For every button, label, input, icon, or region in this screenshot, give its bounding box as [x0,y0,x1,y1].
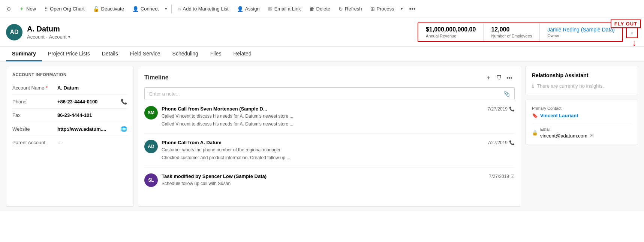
marketing-list-icon: ≡ [178,6,181,12]
annual-revenue-label: Annual Revenue [426,34,476,38]
header-section: AD A. Datum Account · Account ▾ $1,000,0… [0,18,644,47]
relationship-assistant-card: Relationship Assistant ℹ There are curre… [526,66,638,95]
timeline-filter-button[interactable]: ⛉ [494,72,504,83]
field-row-account-name: Account Name * A. Datum [12,81,127,95]
new-label: New [26,6,36,12]
connect-chevron[interactable]: ▾ [163,4,169,13]
add-to-marketing-list-button[interactable]: ≡ Add to Marketing List [174,4,232,14]
timeline-item-header-3: Task modified by Spencer Low (Sample Dat… [162,173,515,179]
field-value-parent-account: --- [57,140,127,145]
email-label: Email [540,127,594,131]
field-value-phone[interactable]: +86-23-4444-0100 [57,99,118,105]
email-value: vincent@adatum.com ✉ [540,133,594,139]
timeline-item-date-3: 7/27/2019 ☑ [489,174,515,179]
contact-icon: 🔖 [532,113,538,118]
delete-icon: 🗑 [309,6,315,12]
email-icon: ✉ [268,6,273,12]
timeline-note-input[interactable]: Enter a note... 📎 [144,87,515,100]
timeline-more-button[interactable]: ••• [504,72,515,83]
field-row-phone: Phone +86-23-4444-0100 📞 [12,95,127,109]
flyout-label: FLY OUT [611,19,641,28]
lock-icon: 🔒 [532,130,538,136]
phone-icon[interactable]: 📞 [121,99,127,105]
field-label-phone: Phone [12,99,57,105]
tab-field-service[interactable]: Field Service [124,47,166,61]
globe-icon[interactable]: 🌐 [121,126,127,132]
delete-button[interactable]: 🗑 Delete [306,4,334,14]
settings-icon: ⊙ [7,6,11,12]
process-button[interactable]: ⊞ Process [367,4,398,14]
account-subtype: Account [49,34,67,40]
connect-label: Connect [141,6,159,12]
deactivate-button[interactable]: 🔓 Deactivate [89,4,128,14]
tab-details[interactable]: Details [96,47,124,61]
field-label-account-name: Account Name * [12,85,57,91]
field-label-fax: Fax [12,112,57,118]
account-info-panel: ACCOUNT INFORMATION Account Name * A. Da… [6,66,133,207]
timeline-add-button[interactable]: ＋ [483,72,494,83]
timeline-header: Timeline ＋ ⛉ ••• [144,72,515,83]
plus-icon: ＋ [19,6,24,12]
more-button[interactable]: ••• [406,3,419,15]
info-icon: ℹ [532,83,534,89]
check-icon-3: ☑ [511,174,515,179]
timeline-content-2: Phone Call from A. Datum 7/27/2019 📞 Cus… [162,140,515,161]
new-button[interactable]: ＋ New [15,3,40,15]
phone-call-icon-1: 📞 [509,106,515,112]
tab-scheduling[interactable]: Scheduling [166,47,204,61]
open-org-chart-button[interactable]: ⠿ Open Org Chart [40,4,88,14]
email-a-link-button[interactable]: ✉ Email a Link [264,4,305,14]
timeline-avatar-sm: SM [144,106,158,120]
timeline-item-body1-3: Schedule follow up call with Susan [162,180,515,187]
tab-related[interactable]: Related [227,47,257,61]
tab-summary[interactable]: Summary [6,47,42,61]
email-action-icon[interactable]: ✉ [590,133,594,139]
field-value-account-name[interactable]: A. Datum [57,85,127,91]
avatar: AD [6,24,22,40]
refresh-label: Refresh [345,6,362,12]
timeline-item-title-1: Phone Call from Sven Mortensen (Sample D… [162,106,267,112]
timeline-avatar-sl: SL [144,173,158,187]
toolbar: ⊙ ＋ New ⠿ Open Org Chart 🔓 Deactivate 👤 … [0,0,644,18]
deactivate-label: Deactivate [101,6,124,12]
primary-contact-name[interactable]: 🔖 Vincent Lauriant [532,113,632,118]
field-value-website[interactable]: http://www.adatum.... [57,126,118,132]
account-info: A. Datum Account · Account ▾ [27,25,70,40]
timeline-item-body1-1: Called Vincent to discuss his needs for … [162,113,515,120]
contact-email-field: 🔒 Email vincent@adatum.com ✉ [532,123,632,139]
phone-call-icon-2: 📞 [509,140,515,145]
timeline-item-body1-2: Customer wants the phone number of the r… [162,146,515,153]
primary-contact-card: Primary Contact 🔖 Vincent Lauriant 🔒 Ema… [526,100,638,145]
assign-button[interactable]: 👤 Assign [233,4,264,14]
timeline-item-title-2: Phone Call from A. Datum [162,140,222,145]
field-value-fax[interactable]: 86-23-4444-101 [57,112,127,118]
attach-icon[interactable]: 📎 [503,91,510,97]
no-insights: ℹ There are currently no insights. [532,83,632,89]
field-row-parent-account: Parent Account --- [12,136,127,149]
process-chevron[interactable]: ▾ [399,4,405,13]
timeline-item-date-2: 7/27/2019 📞 [488,140,515,145]
settings-icon-btn[interactable]: ⊙ [3,4,15,14]
owner-value[interactable]: Jamie Reding (Sample Data) [547,27,615,33]
num-employees-block: 12,000 Number of Employees [484,23,540,41]
refresh-button[interactable]: ↻ Refresh [335,4,366,14]
connect-button[interactable]: 👤 Connect [129,4,162,14]
tab-files[interactable]: Files [204,47,228,61]
email-a-link-label: Email a Link [274,6,301,12]
timeline-title: Timeline [144,74,483,81]
tab-project-price-lists[interactable]: Project Price Lists [42,47,96,61]
divider1 [171,4,172,13]
deactivate-icon: 🔓 [93,6,99,12]
field-label-website: Website [12,126,57,132]
account-chevron[interactable]: ▾ [68,35,70,39]
primary-contact-label: Primary Contact [532,106,632,111]
timeline-content-1: Phone Call from Sven Mortensen (Sample D… [162,106,515,127]
account-info-title: ACCOUNT INFORMATION [12,72,127,77]
timeline-item-date-1: 7/27/2019 📞 [488,106,515,112]
timeline-panel: Timeline ＋ ⛉ ••• Enter a note... 📎 SM Ph… [138,66,521,207]
process-icon: ⊞ [370,6,375,12]
account-name: A. Datum [27,25,70,33]
timeline-item-title-3: Task modified by Spencer Low (Sample Dat… [162,173,267,179]
delete-label: Delete [316,6,331,12]
owner-block: Jamie Reding (Sample Data) Owner [540,23,622,41]
